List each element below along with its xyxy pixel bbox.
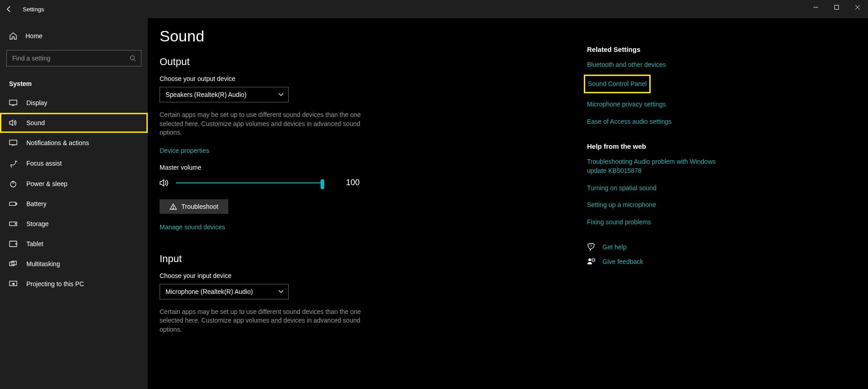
help-fix-link[interactable]: Fixing sound problems <box>587 218 723 227</box>
give-feedback-label: Give feedback <box>602 258 643 265</box>
slider-track <box>176 182 321 183</box>
feedback-icon <box>587 258 595 266</box>
sidebar-item-battery[interactable]: Battery <box>0 194 148 214</box>
svg-rect-12 <box>16 203 17 205</box>
sidebar-item-focus-assist[interactable]: Focus assist <box>0 153 148 174</box>
sidebar-item-label: Focus assist <box>26 160 62 167</box>
category-label: System <box>0 75 148 93</box>
right-rail: Related Settings Bluetooth and other dev… <box>587 27 723 389</box>
sound-control-panel-link[interactable]: Sound Control Panel <box>587 78 647 91</box>
sidebar-item-display[interactable]: Display <box>0 93 148 113</box>
volume-icon[interactable] <box>160 178 170 187</box>
home-label: Home <box>25 32 42 40</box>
svg-rect-11 <box>10 202 16 205</box>
input-device-value: Microphone (Realtek(R) Audio) <box>166 288 253 295</box>
help-heading: Help from the web <box>587 142 723 150</box>
sidebar-item-label: Power & sleep <box>26 180 67 187</box>
help-kb-link[interactable]: Troubleshooting Audio problem with Windo… <box>587 157 723 175</box>
slider-thumb[interactable] <box>321 179 324 189</box>
tablet-icon <box>9 241 17 247</box>
volume-slider[interactable] <box>176 177 321 188</box>
svg-text:?: ? <box>590 244 592 248</box>
mic-privacy-link[interactable]: Microphone privacy settings <box>587 100 723 109</box>
back-button[interactable] <box>0 5 18 13</box>
home-icon <box>9 32 17 40</box>
svg-rect-1 <box>835 5 839 10</box>
svg-point-16 <box>15 243 16 244</box>
device-properties-link[interactable]: Device properties <box>160 147 209 154</box>
svg-rect-8 <box>10 140 17 145</box>
display-icon <box>9 100 17 106</box>
sidebar: Home System Display Sound Notifications … <box>0 18 148 389</box>
sidebar-item-notifications[interactable]: Notifications & actions <box>0 133 148 153</box>
output-description: Certain apps may be set up to use differ… <box>160 111 369 137</box>
window-title: Settings <box>23 6 44 13</box>
related-settings-heading: Related Settings <box>587 45 723 53</box>
input-device-label: Choose your input device <box>160 272 587 279</box>
search-input[interactable] <box>6 50 141 66</box>
sidebar-item-tablet[interactable]: Tablet <box>0 234 148 254</box>
close-button[interactable] <box>847 0 868 15</box>
battery-icon <box>9 201 17 207</box>
titlebar: Settings <box>0 0 868 18</box>
sidebar-item-sound[interactable]: Sound <box>0 113 148 133</box>
sidebar-item-label: Notifications & actions <box>26 139 89 147</box>
svg-point-14 <box>15 223 16 224</box>
sidebar-item-label: Storage <box>26 220 49 227</box>
help-icon: ? <box>587 243 595 251</box>
storage-icon <box>9 222 17 226</box>
sidebar-item-power-sleep[interactable]: Power & sleep <box>0 174 148 194</box>
sidebar-item-label: Projecting to this PC <box>26 280 84 288</box>
minimize-button[interactable] <box>805 0 826 15</box>
search-wrapper <box>6 50 141 66</box>
notifications-icon <box>9 140 17 146</box>
ease-of-access-link[interactable]: Ease of Access audio settings <box>587 117 723 126</box>
warning-icon <box>170 203 177 210</box>
get-help-label: Get help <box>602 243 627 251</box>
input-device-select[interactable]: Microphone (Realtek(R) Audio) <box>160 284 289 299</box>
input-heading: Input <box>160 253 587 265</box>
sidebar-item-label: Sound <box>26 119 45 126</box>
get-help-action[interactable]: ? Get help <box>587 243 723 251</box>
sidebar-item-multitasking[interactable]: Multitasking <box>0 254 148 274</box>
svg-point-21 <box>173 208 173 208</box>
power-sleep-icon <box>9 180 17 187</box>
output-device-label: Choose your output device <box>160 75 587 82</box>
output-device-value: Speakers (Realtek(R) Audio) <box>166 91 246 98</box>
troubleshoot-button[interactable]: Troubleshoot <box>160 199 228 214</box>
output-device-select[interactable]: Speakers (Realtek(R) Audio) <box>160 87 289 102</box>
sidebar-item-label: Tablet <box>26 240 43 248</box>
sound-icon <box>9 119 17 126</box>
volume-value: 100 <box>346 178 360 187</box>
home-button[interactable]: Home <box>0 27 148 45</box>
help-spatial-link[interactable]: Turning on spatial sound <box>587 184 723 193</box>
svg-point-23 <box>588 258 591 261</box>
sidebar-item-label: Battery <box>26 200 46 207</box>
page-title: Sound <box>160 27 587 45</box>
output-heading: Output <box>160 56 587 68</box>
svg-rect-24 <box>592 259 595 261</box>
sidebar-item-storage[interactable]: Storage <box>0 214 148 234</box>
bluetooth-link[interactable]: Bluetooth and other devices <box>587 61 723 70</box>
sidebar-item-projecting[interactable]: Projecting to this PC <box>0 274 148 294</box>
sidebar-item-label: Multitasking <box>26 260 60 268</box>
chevron-down-icon <box>278 290 284 293</box>
give-feedback-action[interactable]: Give feedback <box>587 258 723 266</box>
sidebar-item-label: Display <box>26 99 47 106</box>
help-mic-link[interactable]: Setting up a microphone <box>587 201 723 210</box>
multitasking-icon <box>9 261 17 267</box>
troubleshoot-label: Troubleshoot <box>181 203 218 210</box>
projecting-icon <box>9 281 17 287</box>
focus-assist-icon <box>9 159 17 167</box>
master-volume-label: Master volume <box>160 164 587 171</box>
maximize-button[interactable] <box>826 0 847 15</box>
input-description: Certain apps may be set up to use differ… <box>160 308 369 334</box>
content: Sound Output Choose your output device S… <box>148 18 868 389</box>
chevron-down-icon <box>278 93 284 96</box>
svg-rect-6 <box>10 100 17 105</box>
manage-sound-devices-link[interactable]: Manage sound devices <box>160 223 225 231</box>
